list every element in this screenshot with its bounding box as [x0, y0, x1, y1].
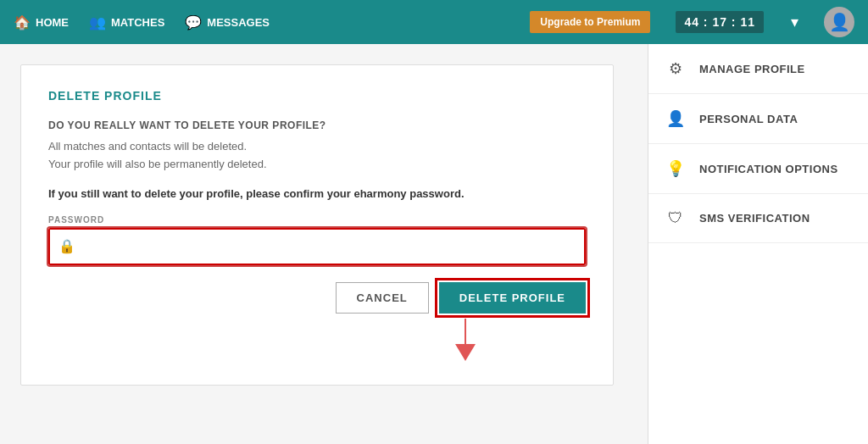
password-input[interactable]: [82, 230, 576, 264]
home-icon: 🏠: [14, 14, 31, 31]
nav-matches-label: MATCHES: [111, 16, 164, 29]
navbar: 🏠 HOME 👥 MATCHES 💬 MESSAGES Upgrade to P…: [0, 0, 868, 44]
nav-home-label: HOME: [36, 16, 69, 29]
main-content: DELETE PROFILE DO YOU REALLY WANT TO DEL…: [0, 44, 868, 444]
description-line2: Your profile will also be permanently de…: [48, 158, 267, 170]
person-icon: 👤: [665, 109, 686, 128]
shield-icon: 🛡: [665, 209, 686, 227]
sidebar-item-notification-options[interactable]: 💡 NOTIFICATION OPTIONS: [648, 144, 868, 194]
arrow-line: [465, 319, 466, 344]
confirm-question: DO YOU REALLY WANT TO DELETE YOUR PROFIL…: [48, 119, 586, 131]
sidebar-label-manage-profile: MANAGE PROFILE: [699, 63, 805, 75]
confirm-description: All matches and contacts will be deleted…: [48, 138, 586, 174]
matches-icon: 👥: [89, 14, 106, 31]
sidebar-label-sms-verification: SMS VERIFICATION: [699, 212, 810, 225]
cancel-button[interactable]: CANCEL: [336, 282, 429, 314]
sidebar-label-notification-options: NOTIFICATION OPTIONS: [699, 163, 838, 175]
sidebar-item-sms-verification[interactable]: 🛡 SMS VERIFICATION: [648, 194, 868, 243]
nav-messages-label: MESSAGES: [207, 16, 270, 29]
password-label: PASSWORD: [48, 215, 586, 225]
password-field-wrapper: 🔒: [48, 228, 586, 265]
countdown-timer: 44 : 17 : 11: [676, 11, 764, 33]
arrow-down-icon: [455, 344, 476, 361]
nav-matches[interactable]: 👥 MATCHES: [89, 14, 164, 31]
delete-profile-button[interactable]: DELETE PROFILE: [439, 282, 586, 314]
button-row: CANCEL DELETE PROFILE: [48, 282, 586, 314]
left-panel: DELETE PROFILE DO YOU REALLY WANT TO DEL…: [0, 44, 648, 444]
bell-icon: 💡: [665, 159, 686, 178]
confirm-bold-text: If you still want to delete your profile…: [48, 187, 586, 200]
lock-icon: 🔒: [58, 238, 75, 254]
card-title: DELETE PROFILE: [48, 89, 586, 103]
nav-home[interactable]: 🏠 HOME: [14, 14, 69, 31]
description-line1: All matches and contacts will be deleted…: [48, 140, 247, 153]
delete-profile-card: DELETE PROFILE DO YOU REALLY WANT TO DEL…: [20, 64, 614, 386]
sidebar-label-personal-data: PERSONAL DATA: [699, 113, 798, 125]
dropdown-arrow-icon[interactable]: ▾: [791, 13, 798, 31]
right-sidebar: ⚙ MANAGE PROFILE 👤 PERSONAL DATA 💡 NOTIF…: [648, 44, 868, 444]
sidebar-item-manage-profile[interactable]: ⚙ MANAGE PROFILE: [648, 44, 868, 94]
messages-icon: 💬: [185, 14, 202, 31]
arrow-annotation: [48, 319, 586, 361]
sidebar-item-personal-data[interactable]: 👤 PERSONAL DATA: [648, 94, 868, 144]
gear-icon: ⚙: [665, 59, 686, 78]
avatar[interactable]: 👤: [824, 7, 854, 37]
nav-messages[interactable]: 💬 MESSAGES: [185, 14, 270, 31]
upgrade-button[interactable]: Upgrade to Premium: [530, 11, 650, 33]
